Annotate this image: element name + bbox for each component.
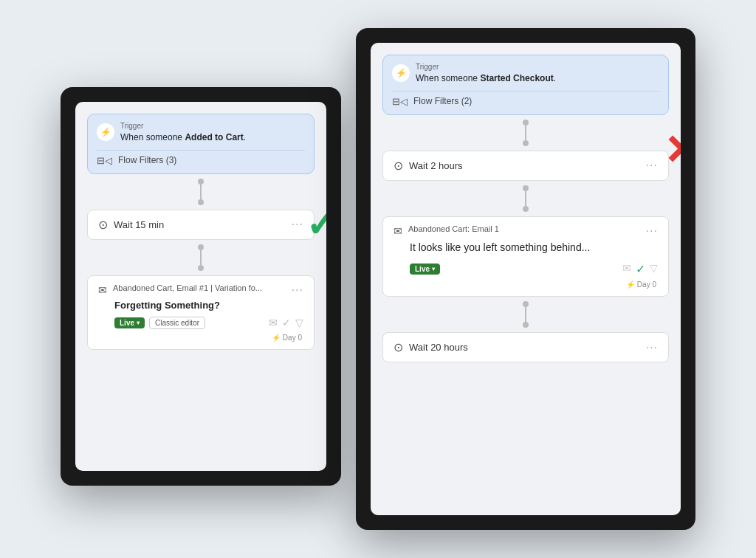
connector-dot-2	[198, 199, 204, 205]
email-action-filter[interactable]: ▽	[295, 317, 303, 328]
left-flow: ⚡ Trigger When someone Added to Cart. ⊟◁…	[87, 114, 315, 350]
email-icon-left: ✉	[98, 284, 107, 296]
r-connector-dot-2	[523, 140, 529, 146]
email-action-check-right[interactable]: ✓	[636, 262, 645, 276]
wait1-dots-right[interactable]: ···	[646, 159, 658, 172]
connector-line-1	[200, 185, 202, 199]
wait1-row-right: ✕ ⊙ Wait 2 hours ···	[382, 151, 669, 181]
email-dots-right[interactable]: ···	[646, 224, 658, 238]
r-connector-dot-1	[523, 120, 529, 125]
r-connector-dot-5	[523, 301, 529, 307]
email-title-left: Abandoned Cart, Email #1 | Variation fo.…	[113, 283, 262, 297]
trigger-text-left: When someone Added to Cart.	[120, 131, 246, 144]
email-title-right: Abandoned Cart: Email 1	[408, 224, 499, 238]
scene: ⚡ Trigger When someone Added to Cart. ⊟◁…	[46, 28, 710, 530]
trigger-label-right: Trigger	[416, 63, 556, 71]
filter-text-right: Flow Filters (2)	[413, 96, 472, 106]
email-action-check[interactable]: ✓	[282, 317, 291, 328]
r-connector-dot-6	[523, 322, 529, 328]
wait1-icon-right: ⊙	[394, 159, 403, 173]
filter-icon-right: ⊟◁	[392, 96, 408, 107]
wait1-block-right[interactable]: ⊙ Wait 2 hours ···	[382, 151, 669, 181]
day-label-left: ⚡ Day 0	[98, 334, 303, 342]
wait2-text-right: Wait 20 hours	[409, 342, 468, 353]
live-badge-left[interactable]: Live ▾	[114, 317, 145, 328]
wait1-text-right: Wait 2 hours	[409, 160, 463, 171]
classic-badge[interactable]: Classic editor	[149, 317, 205, 329]
trigger-label-left: Trigger	[120, 122, 246, 130]
trigger-icon-left: ⚡	[97, 123, 114, 141]
email-body-left: Forgetting Something?	[98, 300, 303, 311]
day-label-right: ⚡ Day 0	[394, 280, 658, 289]
email-action-envelope-right[interactable]: ✉	[622, 262, 631, 276]
email-block-right: ✉ Abandoned Cart: Email 1 ··· It looks l…	[382, 216, 669, 297]
wait2-icon-right: ⊙	[394, 340, 403, 354]
connector-line-2	[200, 250, 202, 265]
trigger-icon-right: ⚡	[392, 64, 410, 82]
filter-text-left: Flow Filters (3)	[118, 155, 176, 165]
r-connector-dot-4	[523, 206, 529, 212]
wait2-dots-right[interactable]: ···	[646, 341, 658, 354]
email-body-right: It looks like you left something behind.…	[394, 241, 658, 255]
connector-dot-1	[198, 179, 204, 185]
email-dots-left[interactable]: ···	[292, 283, 303, 297]
r-connector-line-3	[525, 307, 526, 322]
right-card: ⚡ Trigger When someone Started Checkout.…	[356, 28, 695, 530]
r-connector-line-2	[525, 191, 526, 206]
email-action-envelope[interactable]: ✉	[269, 317, 278, 328]
r-connector-dot-3	[523, 185, 529, 191]
checkmark-icon: ✓	[306, 206, 326, 243]
wait-dots-left[interactable]: ···	[292, 218, 303, 231]
live-chevron-left: ▾	[137, 320, 140, 326]
r-connector-line-1	[525, 125, 526, 140]
wait-row-left: ⊙ Wait 15 min ··· ✓	[87, 210, 315, 240]
email-block-left: ✉ Abandoned Cart, Email #1 | Variation f…	[87, 275, 315, 350]
wait2-block-right[interactable]: ⊙ Wait 20 hours ···	[382, 332, 669, 362]
wait-icon-left: ⊙	[98, 218, 108, 232]
email-actions-right: ✉ ✓ ▽	[622, 262, 658, 276]
right-flow: ⚡ Trigger When someone Started Checkout.…	[382, 55, 669, 362]
email-action-filter-right[interactable]: ▽	[650, 262, 658, 276]
email-icon-right: ✉	[394, 225, 402, 237]
wait-text-left: Wait 15 min	[114, 219, 164, 230]
connector-dot-3	[198, 244, 204, 250]
filter-icon-left: ⊟◁	[97, 155, 112, 166]
trigger-text-right: When someone Started Checkout.	[416, 72, 556, 85]
xmark-icon: ✕	[664, 130, 681, 171]
connector-dot-4	[198, 265, 204, 271]
live-badge-right[interactable]: Live ▾	[410, 264, 440, 275]
email-actions-left: ✉ ✓ ▽	[269, 317, 303, 328]
live-chevron-right: ▾	[432, 266, 435, 272]
left-card: ⚡ Trigger When someone Added to Cart. ⊟◁…	[61, 87, 341, 486]
wait-block-left[interactable]: ⊙ Wait 15 min ···	[87, 210, 315, 240]
